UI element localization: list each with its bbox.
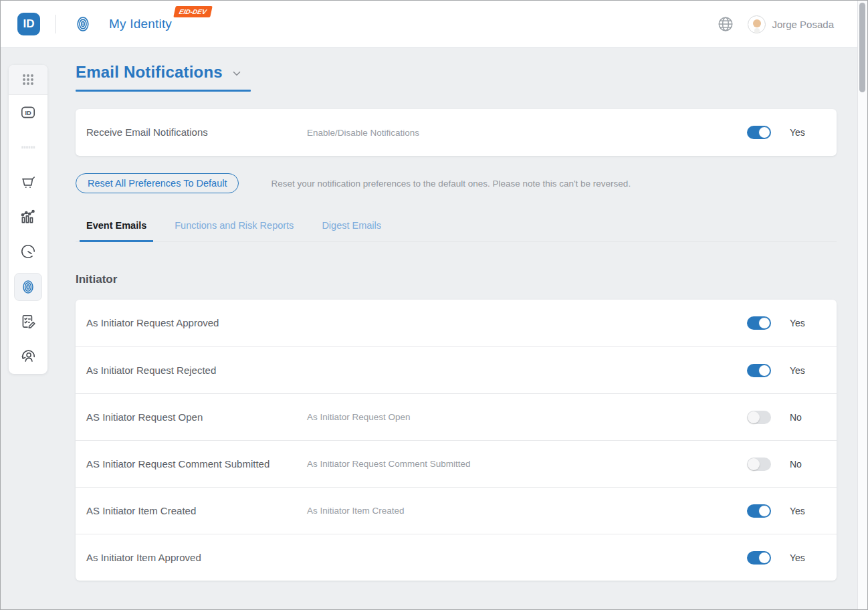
setting-label: AS Initiator Request Comment Submitted (86, 457, 274, 472)
setting-description: As Initiator Item Created (307, 506, 405, 516)
title-underline (76, 90, 251, 92)
tab-digest-emails[interactable]: Digest Emails (322, 220, 381, 241)
app-logo[interactable]: ID (17, 13, 40, 35)
section-heading: Initiator (76, 273, 837, 286)
sidebar-item-tasks[interactable] (9, 304, 47, 339)
main-content: Email Notifications Receive Email Notifi… (76, 63, 837, 581)
user-redo-icon (19, 348, 37, 365)
sidebar-item-my-identity[interactable] (9, 270, 47, 304)
setting-label: AS Initiator Item Created (86, 504, 274, 518)
table-row: AS Initiator Request Open As Initiator R… (76, 393, 837, 440)
setting-toggle[interactable] (747, 504, 771, 518)
setting-toggle[interactable] (747, 411, 771, 424)
id-card-icon: ID (19, 104, 37, 121)
preferences-list: As Initiator Request Approved Yes As Ini… (76, 300, 837, 581)
table-row: As Initiator Request Rejected Yes (76, 346, 837, 393)
setting-label: As Initiator Item Approved (86, 550, 274, 565)
sidebar-item-analytics[interactable] (9, 199, 47, 234)
setting-description: As Initiator Request Open (307, 412, 411, 422)
top-header: ID My Identity EID-DEV Jorge Posada (1, 1, 867, 47)
cart-icon (19, 173, 37, 191)
setting-label: AS Initiator Request Open (86, 410, 274, 425)
reset-description: Reset your notification preferences to t… (271, 179, 631, 189)
sidebar-item-dashboard[interactable] (9, 234, 47, 269)
toggle-state-label: Yes (790, 318, 821, 328)
chart-icon (19, 208, 37, 225)
header-divider (55, 15, 56, 33)
environment-badge: EID-DEV (173, 6, 212, 17)
setting-toggle[interactable] (747, 458, 771, 471)
fingerprint-icon (20, 279, 36, 295)
svg-text:ID: ID (25, 110, 31, 116)
sidebar-item-apps-grid[interactable] (9, 65, 47, 95)
toggle-state-label: Yes (790, 552, 821, 563)
setting-description: As Initiator Request Comment Submitted (307, 459, 471, 469)
sidebar-item-shopping-cart[interactable] (9, 165, 47, 199)
chevron-down-icon[interactable] (231, 68, 243, 80)
toggle-state-label: Yes (790, 365, 821, 376)
document-edit-icon (19, 313, 37, 330)
skeleton-dashes-icon (19, 138, 37, 156)
setting-toggle[interactable] (747, 316, 771, 330)
sidebar-item-identity-card[interactable]: ID (9, 95, 47, 130)
setting-label: As Initiator Request Approved (86, 316, 274, 330)
sidebar: ID (9, 65, 47, 374)
page-title: Email Notifications (76, 63, 223, 82)
table-row: AS Initiator Request Comment Submitted A… (76, 440, 837, 487)
table-row: As Initiator Request Approved Yes (76, 300, 837, 346)
reset-preferences-button[interactable]: Reset All Preferences To Default (76, 173, 239, 193)
sidebar-item-delegate[interactable] (9, 339, 47, 374)
setting-description: Enable/Disable Notifications (307, 128, 419, 138)
table-row: AS Initiator Item Created As Initiator I… (76, 487, 837, 534)
setting-toggle[interactable] (747, 551, 771, 565)
tab-event-emails[interactable]: Event Emails (86, 220, 146, 241)
receive-email-notifications-row: Receive Email Notifications Enable/Disab… (76, 109, 837, 156)
toggle-state-label: No (790, 412, 821, 423)
receive-notifications-toggle[interactable] (747, 126, 771, 139)
app-title: My Identity (109, 17, 172, 31)
table-row: As Initiator Item Approved Yes (76, 534, 837, 581)
setting-label: As Initiator Request Rejected (86, 363, 274, 378)
scrollbar-thumb[interactable] (859, 3, 865, 92)
tab-functions-and-risk-reports[interactable]: Functions and Risk Reports (175, 220, 294, 241)
user-name: Jorge Posada (772, 19, 834, 30)
app-window: ID My Identity EID-DEV Jorge Posada (0, 0, 868, 610)
setting-label: Receive Email Notifications (86, 125, 274, 140)
vertical-scrollbar (857, 1, 867, 609)
apps-grid-icon (20, 72, 36, 88)
globe-icon[interactable] (717, 15, 734, 33)
sidebar-item-loading-placeholder (9, 130, 47, 165)
toggle-state-label: No (790, 459, 821, 470)
notification-tabs: Event Emails Functions and Risk Reports … (76, 220, 837, 242)
toggle-state-label: Yes (790, 127, 821, 138)
setting-toggle[interactable] (747, 364, 771, 377)
gauge-icon (19, 243, 37, 260)
toggle-state-label: Yes (790, 506, 821, 516)
user-menu[interactable]: Jorge Posada (748, 15, 834, 33)
fingerprint-icon (74, 15, 92, 33)
avatar[interactable] (748, 15, 766, 33)
